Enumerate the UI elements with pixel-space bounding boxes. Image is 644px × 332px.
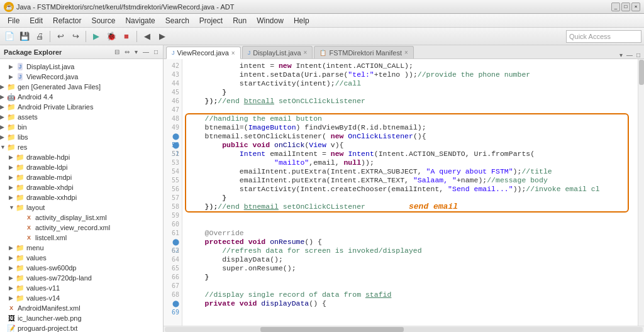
link-editor-button[interactable]: ⇔: [123, 48, 131, 56]
toolbar-undo-button[interactable]: ↩: [53, 30, 67, 43]
tree-item-icon: 📁: [6, 82, 16, 91]
tree-item[interactable]: ▶📁bin: [0, 122, 163, 132]
tree-arrow-icon: ▶: [0, 114, 6, 120]
maximize-panel-button[interactable]: □: [153, 48, 159, 56]
tree-item-icon: X: [24, 213, 34, 222]
tree-item[interactable]: XAndroidManifest.xml: [0, 303, 163, 313]
toolbar-run-button[interactable]: ▶: [89, 30, 103, 43]
tree-item[interactable]: ▶📁values-v14: [0, 293, 163, 303]
menu-help[interactable]: Help: [289, 15, 314, 26]
editor-panel-max[interactable]: □: [635, 52, 641, 58]
toolbar-forward-button[interactable]: ▶: [155, 30, 169, 43]
tree-item-icon: 📁: [6, 133, 16, 141]
menu-refactor[interactable]: Refactor: [48, 15, 86, 26]
tree-item[interactable]: ▶📁gen [Generated Java Files]: [0, 82, 163, 92]
tree-item[interactable]: ▶📁drawable-xxhdpi: [0, 192, 163, 202]
panel-menu-button[interactable]: ▾: [133, 48, 139, 56]
tree-item[interactable]: ▶JDisplayList.java: [0, 62, 163, 72]
tree-item[interactable]: ▶📁menu: [0, 243, 163, 253]
menu-search[interactable]: Search: [160, 15, 194, 26]
code-line: private void displayData() {: [187, 299, 633, 308]
tree-item[interactable]: ▶📁values-sw720dp-land: [0, 273, 163, 283]
line-number: 68: [164, 290, 182, 299]
code-line: //display single record of data from sta…: [187, 290, 633, 299]
line-number: 57: [164, 194, 182, 202]
menu-window[interactable]: Window: [252, 15, 289, 26]
tree-item[interactable]: ▶📁drawable-hdpi: [0, 152, 163, 162]
tree-item-icon: 📁: [15, 203, 25, 212]
tree-item-label: values-v14: [26, 294, 60, 302]
code-line: [187, 106, 633, 114]
package-tree[interactable]: ▶JDisplayList.java▶JViewRecord.java▶📁gen…: [0, 59, 163, 332]
menu-run[interactable]: Run: [228, 15, 252, 26]
tree-item[interactable]: ▶🤖Android 4.4: [0, 92, 163, 102]
quick-access-input[interactable]: Quick Access: [566, 30, 641, 43]
tree-item[interactable]: ▼📁res: [0, 142, 163, 152]
app-icon: ☕: [4, 2, 14, 12]
minimize-panel-button[interactable]: —: [142, 48, 150, 56]
tree-item-label: res: [18, 143, 27, 151]
toolbar-save-button[interactable]: 💾: [18, 30, 31, 43]
toolbar-back-button[interactable]: ◀: [140, 30, 154, 43]
toolbar-redo-button[interactable]: ↪: [69, 30, 82, 43]
tab-manifest[interactable]: 📋 FSTMDirektori Manifest ×: [314, 46, 413, 58]
code-line: startActivity(intent);//call: [187, 79, 633, 88]
tree-item[interactable]: ▶📁values-sw600dp: [0, 263, 163, 273]
tree-item-icon: J: [15, 72, 25, 81]
menu-edit[interactable]: Edit: [25, 15, 48, 26]
tab-displaylist-close[interactable]: ×: [304, 49, 308, 56]
menu-navigate[interactable]: Navigate: [120, 15, 160, 26]
tree-item-icon: 📁: [6, 123, 16, 131]
code-line: }: [187, 194, 633, 202]
code-line: //handling the email button: [187, 114, 633, 123]
menu-file[interactable]: File: [3, 15, 25, 26]
tree-item[interactable]: Xactivity_view_record.xml: [0, 223, 163, 233]
tree-item[interactable]: ▶📁drawable-mdpi: [0, 172, 163, 182]
code-line: startActivity(Intent.createChooser(email…: [187, 185, 633, 194]
tree-arrow-icon: ▶: [9, 194, 15, 201]
code-content[interactable]: intent = new Intent(intent.ACTION_CALL);…: [182, 59, 638, 326]
tree-item[interactable]: ▶📁values-v11: [0, 283, 163, 293]
menu-source[interactable]: Source: [86, 15, 120, 26]
collapse-all-button[interactable]: ⊟: [113, 48, 121, 56]
tree-item-icon: X: [6, 304, 16, 313]
vertical-scrollbar[interactable]: [638, 59, 644, 326]
toolbar-sep-1: [50, 31, 50, 42]
toolbar-debug-button[interactable]: 🐞: [104, 30, 118, 43]
tree-item-icon: 📁: [15, 263, 25, 272]
tab-displaylist[interactable]: J DisplayList.java ×: [242, 46, 313, 58]
toolbar-print-button[interactable]: 🖨: [33, 30, 47, 43]
tree-item-icon: 📁: [15, 163, 25, 172]
tree-item[interactable]: ▶JViewRecord.java: [0, 72, 163, 82]
maximize-button[interactable]: □: [621, 3, 630, 11]
tree-item[interactable]: ▶📁values: [0, 253, 163, 263]
close-button[interactable]: ×: [631, 3, 640, 11]
tree-item[interactable]: ▶📁drawable-xhdpi: [0, 182, 163, 192]
tree-item[interactable]: ▶📁libs: [0, 132, 163, 142]
tree-item-icon: 📁: [15, 173, 25, 182]
tree-item[interactable]: Xlistcell.xml: [0, 233, 163, 243]
menu-project[interactable]: Project: [194, 15, 228, 26]
toolbar-stop-button[interactable]: ■: [119, 30, 133, 43]
toolbar-new-button[interactable]: 📄: [3, 30, 16, 43]
tree-item-icon: 📁: [15, 274, 25, 282]
tree-item-label: Android Private Libraries: [18, 103, 93, 111]
tree-item[interactable]: ▶📁assets: [0, 112, 163, 122]
code-line: });//end btncall setOnCLClickListener: [187, 97, 633, 106]
tree-item-icon: J: [15, 62, 25, 71]
tab-viewrecord-close[interactable]: ×: [231, 50, 235, 57]
tree-item[interactable]: ▼📁layout: [0, 202, 163, 213]
minimize-button[interactable]: _: [611, 3, 620, 11]
tree-item[interactable]: Xactivity_display_list.xml: [0, 213, 163, 223]
code-line: btnemail=(ImageButton) findViewById(R.id…: [187, 123, 633, 132]
tree-item[interactable]: 🖼ic_launcher-web.png: [0, 313, 163, 323]
tab-manifest-close[interactable]: ×: [404, 49, 408, 56]
editor-panel-min[interactable]: —: [625, 52, 634, 58]
tree-item[interactable]: 📝proguard-project.txt: [0, 323, 163, 332]
horizontal-scrollbar[interactable]: [164, 326, 644, 332]
tab-viewrecord[interactable]: J ViewRecord.java ×: [166, 47, 241, 59]
editor-panel-menu[interactable]: ▾: [618, 52, 624, 58]
tab-manifest-icon: 📋: [319, 50, 326, 56]
tree-item[interactable]: ▶📁Android Private Libraries: [0, 102, 163, 112]
tree-item[interactable]: ▶📁drawable-ldpi: [0, 162, 163, 172]
